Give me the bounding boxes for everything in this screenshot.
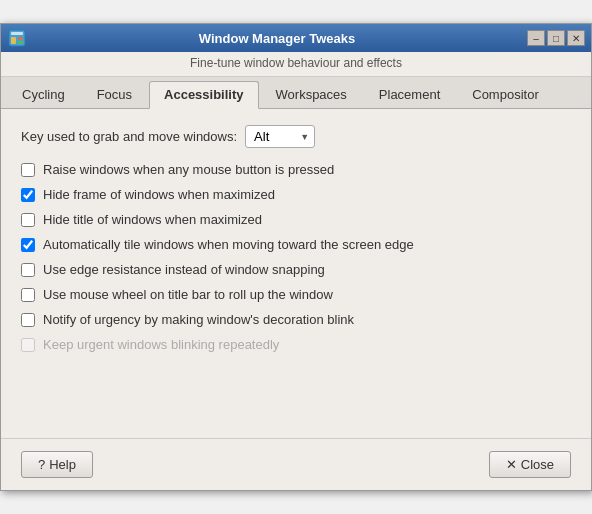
window-controls: – □ ✕ <box>527 30 585 46</box>
label-auto-tile[interactable]: Automatically tile windows when moving t… <box>43 237 414 252</box>
label-keep-blinking: Keep urgent windows blinking repeatedly <box>43 337 279 352</box>
key-selector-row: Key used to grab and move windows: Alt S… <box>21 125 571 148</box>
checkbox-row-notify-urgency: Notify of urgency by making window's dec… <box>21 312 571 327</box>
checkbox-notify-urgency[interactable] <box>21 313 35 327</box>
checkbox-row-auto-tile: Automatically tile windows when moving t… <box>21 237 571 252</box>
label-edge-resist[interactable]: Use edge resistance instead of window sn… <box>43 262 325 277</box>
window-title: Window Manager Tweaks <box>27 31 527 46</box>
checkbox-row-keep-blinking: Keep urgent windows blinking repeatedly <box>21 337 571 352</box>
help-icon: ? <box>38 457 45 472</box>
checkbox-edge-resist[interactable] <box>21 263 35 277</box>
checkbox-keep-blinking[interactable] <box>21 338 35 352</box>
key-select-wrapper: Alt Super Ctrl <box>245 125 315 148</box>
label-raise[interactable]: Raise windows when any mouse button is p… <box>43 162 334 177</box>
help-label: Help <box>49 457 76 472</box>
tab-workspaces[interactable]: Workspaces <box>261 81 362 108</box>
label-notify-urgency[interactable]: Notify of urgency by making window's dec… <box>43 312 354 327</box>
main-window: Window Manager Tweaks – □ ✕ Fine-tune wi… <box>0 23 592 491</box>
close-label: Close <box>521 457 554 472</box>
window-subtitle: Fine-tune window behaviour and effects <box>1 52 591 77</box>
tab-placement[interactable]: Placement <box>364 81 455 108</box>
tab-compositor[interactable]: Compositor <box>457 81 553 108</box>
tab-cycling[interactable]: Cycling <box>7 81 80 108</box>
key-selector-label: Key used to grab and move windows: <box>21 129 237 144</box>
checkbox-hide-frame[interactable] <box>21 188 35 202</box>
tab-focus[interactable]: Focus <box>82 81 147 108</box>
app-icon <box>7 28 27 48</box>
checkbox-auto-tile[interactable] <box>21 238 35 252</box>
checkbox-mouse-wheel[interactable] <box>21 288 35 302</box>
checkbox-hide-title[interactable] <box>21 213 35 227</box>
svg-rect-2 <box>11 37 16 44</box>
checkbox-row-raise: Raise windows when any mouse button is p… <box>21 162 571 177</box>
checkbox-row-hide-title: Hide title of windows when maximized <box>21 212 571 227</box>
label-hide-frame[interactable]: Hide frame of windows when maximized <box>43 187 275 202</box>
maximize-button[interactable]: □ <box>547 30 565 46</box>
help-button[interactable]: ? Help <box>21 451 93 478</box>
key-select[interactable]: Alt Super Ctrl <box>245 125 315 148</box>
label-hide-title[interactable]: Hide title of windows when maximized <box>43 212 262 227</box>
checkbox-row-hide-frame: Hide frame of windows when maximized <box>21 187 571 202</box>
close-button[interactable]: ✕ Close <box>489 451 571 478</box>
svg-rect-3 <box>18 37 23 40</box>
checkbox-row-mouse-wheel: Use mouse wheel on title bar to roll up … <box>21 287 571 302</box>
tab-bar: Cycling Focus Accessibility Workspaces P… <box>1 77 591 109</box>
label-mouse-wheel[interactable]: Use mouse wheel on title bar to roll up … <box>43 287 333 302</box>
minimize-button[interactable]: – <box>527 30 545 46</box>
close-icon: ✕ <box>506 457 517 472</box>
checkbox-row-edge-resist: Use edge resistance instead of window sn… <box>21 262 571 277</box>
checkbox-raise[interactable] <box>21 163 35 177</box>
close-button-titlebar[interactable]: ✕ <box>567 30 585 46</box>
svg-rect-4 <box>18 41 23 44</box>
tab-accessibility[interactable]: Accessibility <box>149 81 259 109</box>
titlebar: Window Manager Tweaks – □ ✕ <box>1 24 591 52</box>
footer: ? Help ✕ Close <box>1 438 591 490</box>
svg-rect-1 <box>11 32 23 35</box>
tab-content: Key used to grab and move windows: Alt S… <box>1 109 591 378</box>
